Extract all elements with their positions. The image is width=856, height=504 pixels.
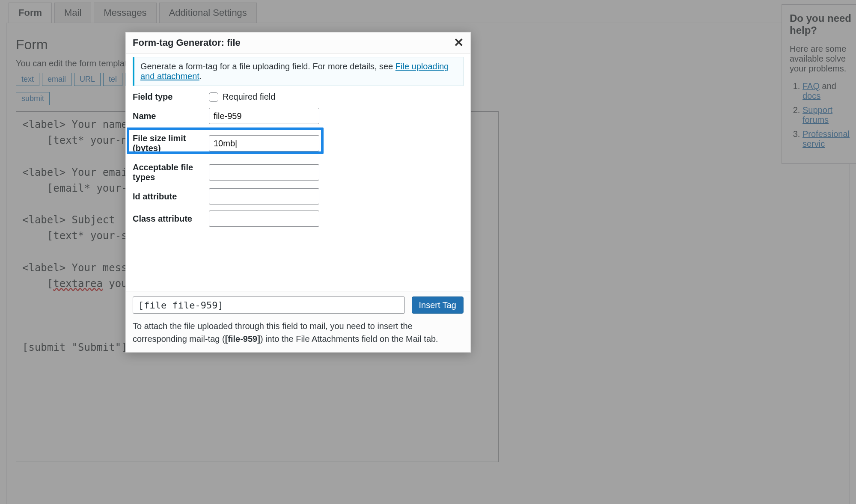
- modal-footer: Insert Tag To attach the file uploaded t…: [126, 291, 470, 352]
- mail-tag-code: [file-959]: [225, 334, 260, 344]
- modal-spacer: [133, 227, 464, 287]
- required-checkbox[interactable]: [209, 92, 218, 102]
- label-class-attr: Class attribute: [133, 214, 209, 224]
- footer-row: Insert Tag: [133, 296, 464, 314]
- close-icon[interactable]: ✕: [454, 37, 464, 49]
- form-tag-generator-modal: Form-tag Generator: file ✕ Generate a fo…: [125, 32, 471, 353]
- insert-tag-button[interactable]: Insert Tag: [412, 296, 464, 314]
- class-attr-input[interactable]: [209, 210, 319, 227]
- modal-header: Form-tag Generator: file ✕: [126, 33, 470, 53]
- generated-tag-output[interactable]: [133, 296, 405, 314]
- name-input[interactable]: [209, 108, 319, 124]
- size-limit-input[interactable]: [209, 135, 319, 151]
- id-attr-input[interactable]: [209, 188, 319, 205]
- info-callout: Generate a form-tag for a file uploading…: [133, 57, 464, 86]
- modal-body: Generate a form-tag for a file uploading…: [126, 53, 470, 291]
- ctrl-required: Required field: [209, 92, 464, 102]
- ctrl-id-attr: [209, 188, 464, 205]
- label-id-attr: Id attribute: [133, 192, 209, 202]
- ctrl-class-attr: [209, 210, 464, 227]
- file-types-input[interactable]: [209, 164, 319, 181]
- required-checkbox-label: Required field: [223, 92, 275, 102]
- label-size-limit: File size limit (bytes): [128, 130, 196, 157]
- modal-title: Form-tag Generator: file: [133, 37, 241, 48]
- ctrl-file-types: [209, 164, 464, 181]
- ctrl-name: [209, 108, 464, 124]
- ctrl-size-limit: [205, 132, 451, 155]
- footer-note: To attach the file uploaded through this…: [133, 320, 464, 345]
- form-rows: Field type Required field Name File size…: [133, 92, 464, 227]
- label-field-type: Field type: [133, 92, 209, 102]
- label-file-types: Acceptable file types: [133, 163, 209, 182]
- label-name: Name: [133, 111, 209, 121]
